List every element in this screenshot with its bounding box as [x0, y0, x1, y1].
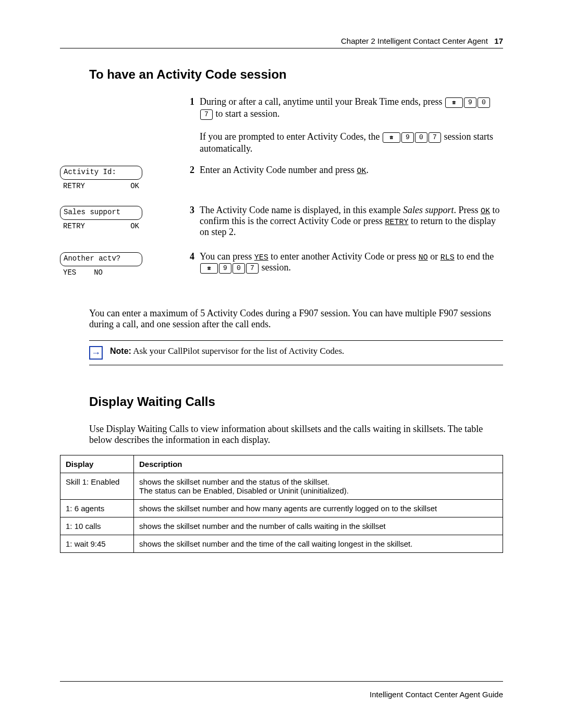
table-cell-display: 1: 6 agents	[60, 499, 134, 517]
step-number: 2	[180, 165, 200, 176]
softkey-ok: OK	[130, 222, 139, 230]
softkey-yes: YES	[63, 268, 76, 277]
table-cell-description: shows the skillset number and the status…	[134, 473, 503, 499]
step-text: Enter an Activity Code number and press …	[200, 165, 503, 176]
step-text: You can press YES to enter another Activ…	[200, 251, 503, 274]
lcd-softkeys-2: RETRY OK	[60, 222, 142, 230]
feature-key-icon	[383, 132, 400, 143]
arrow-right-icon: →	[89, 346, 103, 360]
display-table: Display Description Skill 1: Enabledshow…	[60, 455, 503, 553]
table-row: Skill 1: Enabledshows the skillset numbe…	[60, 473, 503, 499]
section-heading-activity: To have an Activity Code session	[89, 67, 503, 82]
step-2: Activity Id: RETRY OK 2 Enter an Activit…	[60, 165, 503, 206]
key-7: 7	[246, 263, 259, 274]
table-cell-display: Skill 1: Enabled	[60, 473, 134, 499]
table-row: 1: 10 callsshows the skillset number and…	[60, 517, 503, 535]
section-heading-display: Display Waiting Calls	[89, 394, 503, 409]
key-9: 9	[401, 132, 414, 143]
lcd-display-1: Activity Id:	[60, 166, 142, 180]
key-0: 0	[478, 97, 490, 108]
header-page-number: 17	[494, 36, 503, 45]
step-text: During or after a call, anytime until yo…	[200, 96, 503, 154]
table-row: 1: wait 9:45shows the skillset number an…	[60, 535, 503, 552]
step-text: The Activity Code name is displayed, in …	[200, 205, 503, 238]
softkey-retry: RETRY	[63, 182, 85, 190]
softkey-ok: OK	[481, 207, 490, 216]
lcd-display-3: Another actv?	[60, 252, 142, 266]
lcd-softkeys-3: YES NO	[60, 268, 142, 277]
step-3: Sales support RETRY OK 3 The Activity Co…	[60, 205, 503, 246]
step-number: 4	[180, 251, 200, 262]
key-0: 0	[232, 263, 245, 274]
note-block: → Note: Ask your CallPilot supervisor fo…	[89, 340, 503, 365]
note-label: Note:	[110, 347, 131, 355]
key-7: 7	[429, 132, 441, 143]
table-cell-description: shows the skillset number and the time o…	[134, 535, 503, 552]
feature-key-icon	[200, 263, 218, 274]
table-header-display: Display	[60, 455, 134, 473]
softkey-ok: OK	[357, 167, 366, 176]
step-4: Another actv? YES NO 4 You can press YES…	[60, 251, 503, 292]
intro-paragraph: Use Display Waiting Calls to view inform…	[89, 424, 503, 446]
summary-paragraph: You can enter a maximum of 5 Activity Co…	[89, 308, 503, 330]
step-number: 3	[180, 205, 200, 216]
softkey-yes: YES	[254, 253, 268, 262]
step-number: 1	[180, 96, 200, 107]
lcd-display-2: Sales support	[60, 206, 142, 220]
softkey-rls: RLS	[440, 253, 455, 262]
note-text: Ask your CallPilot supervisor for the li…	[131, 346, 344, 356]
header-chapter: Chapter 2 Intelligent Contact Center Age…	[341, 36, 488, 45]
feature-key-icon	[445, 97, 463, 108]
softkey-no: NO	[419, 253, 428, 262]
key-9: 9	[219, 263, 231, 274]
key-7: 7	[200, 109, 213, 120]
key-9: 9	[464, 97, 476, 108]
table-cell-display: 1: wait 9:45	[60, 535, 134, 552]
page-footer: Intelligent Contact Center Agent Guide	[60, 681, 503, 699]
softkey-no: NO	[94, 268, 103, 277]
page-header: Chapter 2 Intelligent Contact Center Age…	[60, 36, 503, 48]
table-cell-display: 1: 10 calls	[60, 517, 134, 535]
step-1: 1 During or after a call, anytime until …	[60, 96, 503, 154]
softkey-ok: OK	[130, 182, 139, 190]
table-header-description: Description	[134, 455, 503, 473]
table-cell-description: shows the skillset number and the number…	[134, 517, 503, 535]
softkey-retry: RETRY	[385, 218, 408, 227]
lcd-softkeys-1: RETRY OK	[60, 182, 142, 190]
example-name: Sales support	[403, 205, 454, 215]
table-row: 1: 6 agentsshows the skillset number and…	[60, 499, 503, 517]
table-cell-description: shows the skillset number and how many a…	[134, 499, 503, 517]
key-0: 0	[415, 132, 427, 143]
softkey-retry: RETRY	[63, 222, 85, 230]
